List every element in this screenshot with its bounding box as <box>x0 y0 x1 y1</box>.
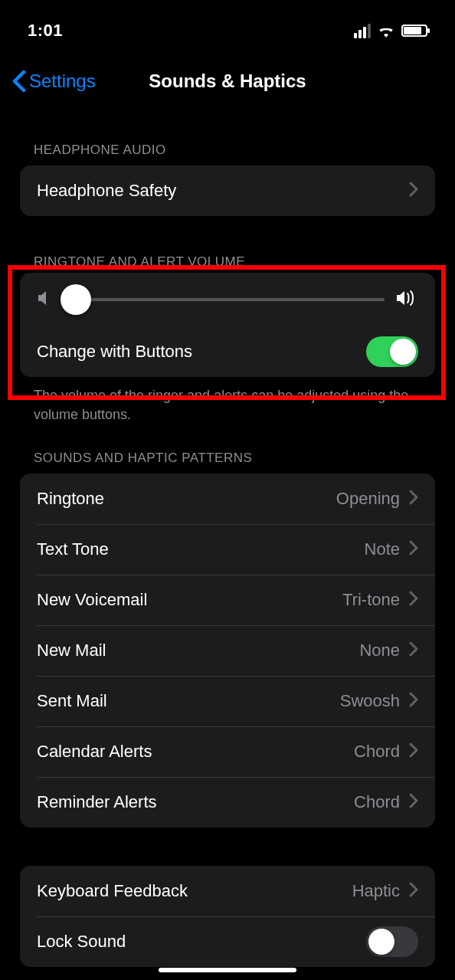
row-value: Tri-tone <box>342 590 400 610</box>
status-time: 1:01 <box>28 21 63 41</box>
row-keyboard-feedback[interactable]: Keyboard Feedback Haptic <box>20 866 435 916</box>
section-footer-ringtone-volume: The volume of the ringer and alerts can … <box>34 386 421 424</box>
chevron-right-icon <box>409 540 418 559</box>
nav-header: Settings Sounds & Haptics <box>0 58 455 104</box>
wifi-icon <box>377 24 395 38</box>
home-indicator[interactable] <box>159 968 296 972</box>
section-header-headphone: HEADPHONE AUDIO <box>34 143 435 158</box>
row-label: Lock Sound <box>37 932 126 952</box>
row-value: None <box>359 641 400 660</box>
section-header-ringtone-volume: RINGTONE AND ALERT VOLUME <box>34 254 435 265</box>
chevron-right-icon <box>409 591 418 609</box>
group-patterns: Ringtone Opening Text Tone Note New Voic… <box>20 474 435 828</box>
row-ringtone[interactable]: Ringtone Opening <box>20 474 435 524</box>
row-text-tone[interactable]: Text Tone Note <box>20 524 435 575</box>
row-label: Reminder Alerts <box>37 792 157 812</box>
row-value: Chord <box>354 792 400 812</box>
battery-icon <box>401 25 427 37</box>
status-bar: 1:01 <box>0 0 455 46</box>
status-icons <box>354 24 427 38</box>
slider-thumb[interactable] <box>61 284 91 315</box>
row-value: Swoosh <box>340 691 400 711</box>
row-change-with-buttons: Change with Buttons <box>20 326 435 377</box>
row-label: New Mail <box>37 641 106 660</box>
cellular-icon <box>354 24 371 38</box>
chevron-right-icon <box>409 490 418 508</box>
chevron-right-icon <box>409 882 418 900</box>
row-label: Ringtone <box>37 489 104 509</box>
group-ringtone-volume: Change with Buttons <box>20 273 435 377</box>
row-headphone-safety[interactable]: Headphone Safety <box>20 166 435 216</box>
row-lock-sound: Lock Sound <box>20 916 435 967</box>
row-label: Text Tone <box>37 539 109 559</box>
row-label: Headphone Safety <box>37 181 176 201</box>
row-volume-slider <box>20 273 435 326</box>
row-new-mail[interactable]: New Mail None <box>20 625 435 676</box>
row-value: Opening <box>336 489 400 509</box>
toggle-change-with-buttons[interactable] <box>366 336 418 367</box>
section-header-patterns: SOUNDS AND HAPTIC PATTERNS <box>34 451 435 466</box>
row-label: Sent Mail <box>37 691 107 711</box>
row-value: Chord <box>354 742 400 762</box>
row-label: Change with Buttons <box>37 342 192 362</box>
speaker-low-icon <box>37 290 52 310</box>
row-label: New Voicemail <box>37 590 147 610</box>
row-new-voicemail[interactable]: New Voicemail Tri-tone <box>20 575 435 625</box>
chevron-right-icon <box>409 742 418 761</box>
volume-slider[interactable] <box>63 298 385 301</box>
chevron-right-icon <box>409 641 418 660</box>
row-value: Note <box>365 539 400 559</box>
chevron-left-icon <box>12 70 26 93</box>
chevron-right-icon <box>409 182 418 200</box>
row-sent-mail[interactable]: Sent Mail Swoosh <box>20 676 435 726</box>
chevron-right-icon <box>409 692 418 710</box>
group-system-sounds: Keyboard Feedback Haptic Lock Sound <box>20 866 435 967</box>
row-value: Haptic <box>352 881 400 901</box>
row-reminder-alerts[interactable]: Reminder Alerts Chord <box>20 777 435 828</box>
toggle-lock-sound[interactable] <box>366 926 418 957</box>
speaker-high-icon <box>395 289 418 310</box>
row-label: Keyboard Feedback <box>37 881 188 901</box>
chevron-right-icon <box>409 793 418 811</box>
group-headphone: Headphone Safety <box>20 166 435 216</box>
back-button[interactable]: Settings <box>12 70 96 93</box>
back-label: Settings <box>29 70 96 92</box>
row-calendar-alerts[interactable]: Calendar Alerts Chord <box>20 726 435 777</box>
row-label: Calendar Alerts <box>37 742 152 762</box>
